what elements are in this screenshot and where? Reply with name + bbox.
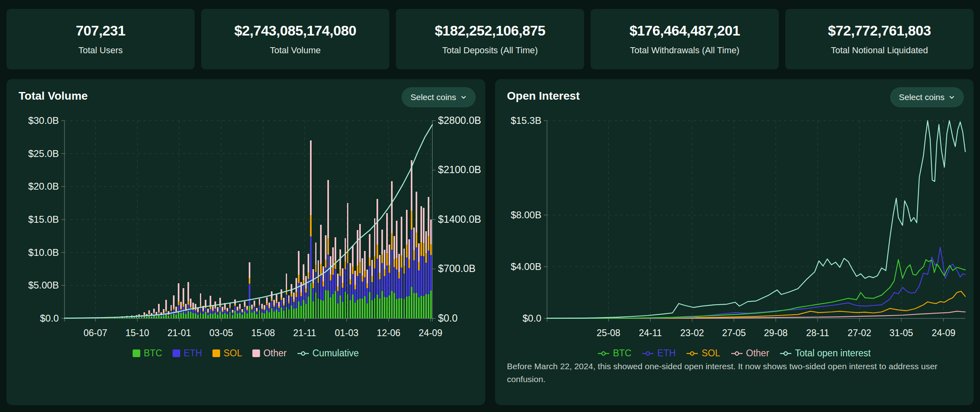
legend-item-eth[interactable]: ETH: [642, 348, 676, 359]
stat-card-total-liquidated: $72,772,761,803 Total Notional Liquidate…: [785, 9, 974, 69]
svg-text:$25.0B: $25.0B: [28, 148, 59, 159]
line-dot-marker-icon: [597, 350, 610, 357]
svg-text:$10.0B: $10.0B: [28, 247, 59, 258]
stat-value: $176,464,487,201: [629, 23, 740, 39]
line-dot-marker-icon: [780, 350, 792, 357]
svg-text:24-11: 24-11: [639, 328, 662, 338]
btc-swatch-icon: [133, 349, 140, 357]
svg-text:25-08: 25-08: [597, 328, 620, 338]
total-volume-title: Total Volume: [19, 90, 88, 102]
legend-item-cumulative[interactable]: Cumulative: [297, 348, 359, 359]
legend-item-sol[interactable]: SOL: [686, 348, 720, 359]
svg-text:15-10: 15-10: [125, 328, 149, 338]
legend-item-btc[interactable]: BTC: [597, 348, 631, 359]
chevron-down-icon: [460, 94, 467, 100]
line-dot-marker-icon: [297, 350, 309, 357]
svg-text:31-05: 31-05: [889, 328, 913, 338]
legend-label: BTC: [613, 348, 631, 359]
svg-text:$5.00B: $5.00B: [28, 280, 59, 291]
stat-value: $72,772,761,803: [828, 23, 931, 39]
open-interest-note: Before March 22, 2024, this showed one-s…: [507, 360, 946, 386]
volume-legend: BTC ETH SOL Other Cumulative: [6, 348, 485, 359]
eth-swatch-icon: [173, 349, 180, 357]
legend-label: BTC: [144, 348, 162, 359]
select-coins-label: Select coins: [899, 92, 945, 102]
svg-text:$0.0: $0.0: [522, 313, 541, 324]
svg-text:$700.0B: $700.0B: [438, 263, 476, 274]
stat-label: Total Withdrawals (All Time): [630, 45, 739, 56]
svg-text:$0.0: $0.0: [40, 313, 59, 324]
legend-label: Cumulative: [312, 348, 359, 359]
other-swatch-icon: [252, 349, 260, 357]
stat-label: Total Volume: [270, 45, 321, 56]
legend-item-total-oi[interactable]: Total open interest: [780, 348, 871, 359]
stat-label: Total Users: [78, 45, 123, 56]
stat-value: $2,743,085,174,080: [234, 23, 356, 39]
legend-item-other[interactable]: Other: [731, 348, 770, 359]
svg-text:24-09: 24-09: [419, 328, 443, 338]
total-volume-panel: Total Volume Select coins 06-0715-1021-0…: [6, 79, 485, 405]
svg-text:$15.3B: $15.3B: [510, 115, 541, 126]
svg-text:06-07: 06-07: [83, 328, 107, 338]
svg-text:27-02: 27-02: [847, 328, 871, 338]
svg-text:01-03: 01-03: [335, 328, 359, 338]
legend-label: Total open interest: [795, 348, 871, 359]
legend-label: SOL: [223, 348, 242, 359]
svg-text:29-08: 29-08: [764, 328, 788, 338]
svg-text:21-11: 21-11: [293, 328, 316, 338]
legend-label: ETH: [657, 348, 676, 359]
line-dot-marker-icon: [686, 350, 698, 357]
chart-panels: Total Volume Select coins 06-0715-1021-0…: [6, 79, 974, 405]
svg-text:12-06: 12-06: [377, 328, 401, 338]
legend-label: Other: [263, 348, 287, 359]
sol-swatch-icon: [212, 349, 220, 357]
legend-label: SOL: [701, 348, 720, 359]
select-coins-label: Select coins: [410, 92, 456, 102]
stat-card-total-users: 707,231 Total Users: [6, 9, 195, 69]
legend-item-other[interactable]: Other: [252, 348, 287, 359]
legend-label: ETH: [183, 348, 202, 359]
svg-text:23-02: 23-02: [680, 328, 704, 338]
svg-text:15-08: 15-08: [251, 328, 275, 338]
svg-text:28-11: 28-11: [806, 328, 829, 338]
legend-item-sol[interactable]: SOL: [212, 348, 242, 359]
svg-text:$0.0: $0.0: [438, 312, 458, 324]
open-interest-legend: BTC ETH SOL Other Total open interest: [495, 348, 974, 359]
line-dot-marker-icon: [642, 350, 654, 357]
stat-label: Total Notional Liquidated: [831, 45, 928, 56]
svg-text:$15.0B: $15.0B: [28, 214, 59, 225]
open-interest-panel: Open Interest Select coins 25-0824-1123-…: [495, 79, 974, 405]
stat-card-total-volume: $2,743,085,174,080 Total Volume: [201, 9, 389, 69]
line-dot-marker-icon: [731, 350, 743, 357]
stat-label: Total Deposits (All Time): [442, 45, 538, 56]
svg-text:$2800.0B: $2800.0B: [438, 115, 481, 126]
svg-text:21-01: 21-01: [167, 328, 191, 338]
svg-text:03-05: 03-05: [209, 328, 233, 338]
legend-item-btc[interactable]: BTC: [133, 348, 162, 359]
svg-text:$30.0B: $30.0B: [28, 115, 59, 126]
legend-label: Other: [746, 348, 770, 359]
svg-text:27-05: 27-05: [722, 328, 746, 338]
svg-text:24-09: 24-09: [932, 328, 955, 338]
chevron-down-icon: [949, 94, 955, 100]
stat-value: $182,252,106,875: [435, 23, 545, 39]
stat-value: 707,231: [76, 23, 125, 39]
stats-row: 707,231 Total Users $2,743,085,174,080 T…: [6, 9, 974, 69]
volume-select-coins-button[interactable]: Select coins: [402, 87, 475, 107]
svg-text:$2100.0B: $2100.0B: [438, 164, 481, 175]
stat-card-total-deposits: $182,252,106,875 Total Deposits (All Tim…: [396, 9, 584, 69]
stat-card-total-withdrawals: $176,464,487,201 Total Withdrawals (All …: [591, 9, 779, 69]
open-interest-title: Open Interest: [507, 90, 580, 102]
legend-item-eth[interactable]: ETH: [173, 348, 202, 359]
svg-text:$1400.0B: $1400.0B: [438, 213, 481, 225]
svg-text:$4.00B: $4.00B: [510, 261, 541, 272]
svg-text:$20.0B: $20.0B: [28, 181, 59, 192]
svg-text:$8.00B: $8.00B: [510, 209, 541, 220]
oi-select-coins-button[interactable]: Select coins: [890, 87, 964, 107]
